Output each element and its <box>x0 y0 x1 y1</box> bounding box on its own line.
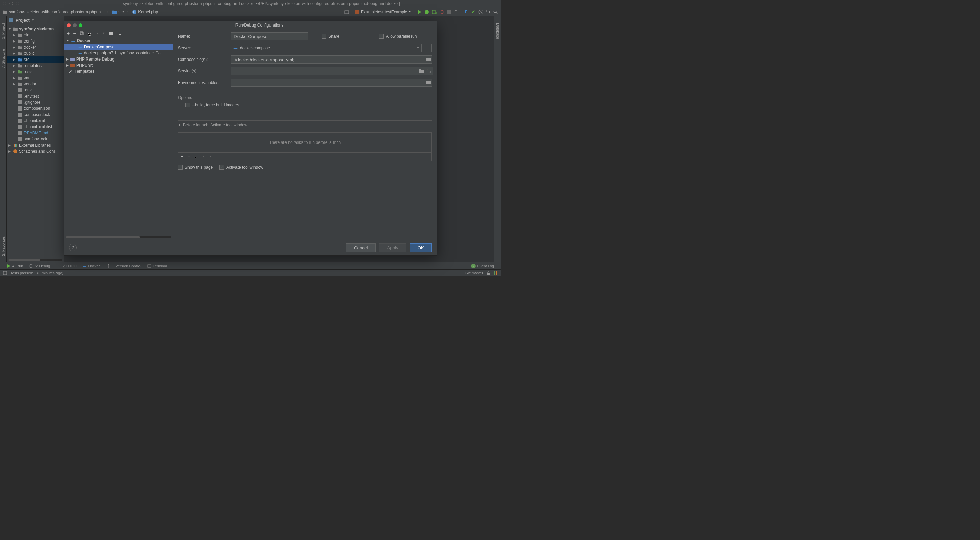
down-icon[interactable]: ▼ <box>102 32 105 35</box>
tree-item[interactable]: ▶templates <box>7 63 64 69</box>
share-checkbox[interactable]: Share <box>321 34 374 39</box>
cancel-button[interactable]: Cancel <box>346 243 376 252</box>
env-input[interactable] <box>231 79 433 87</box>
close-window-icon[interactable] <box>3 2 6 5</box>
breadcrumb-project[interactable]: symfony-skeleton-with-configured-phpstor… <box>9 10 104 14</box>
breadcrumb-folder[interactable]: src <box>118 10 124 14</box>
tool-terminal[interactable]: Terminal <box>147 264 167 268</box>
external-libraries[interactable]: ▶ External Libraries <box>7 142 64 148</box>
run-icon[interactable] <box>417 10 422 14</box>
maximize-icon[interactable] <box>79 24 82 27</box>
tree-item[interactable]: composer.json <box>7 105 64 111</box>
copy-icon[interactable] <box>79 31 84 36</box>
compose-input[interactable] <box>231 56 433 64</box>
tree-item[interactable]: ▶vendor <box>7 81 64 87</box>
tab-structure[interactable]: 7: Structure <box>2 49 5 68</box>
minimize-window-icon[interactable] <box>9 2 13 5</box>
tree-item[interactable]: ▶tests <box>7 69 64 75</box>
services-input[interactable] <box>231 67 433 75</box>
browse-icon[interactable] <box>425 56 432 63</box>
event-log[interactable]: 2Event Log <box>471 264 494 268</box>
tree-item[interactable]: phpunit.xml.dist <box>7 124 64 130</box>
tree-item[interactable]: .env <box>7 87 64 93</box>
cfg-docker-compose[interactable]: DockerCompose <box>64 44 173 50</box>
revert-icon[interactable] <box>486 10 491 14</box>
expand-icon[interactable] <box>425 67 432 75</box>
history-icon[interactable] <box>479 10 483 14</box>
cfg-docker-container[interactable]: docker.phpfpm7.1_symfony_container: Co <box>64 50 173 56</box>
parallel-checkbox[interactable]: Allow parallel run <box>379 34 432 39</box>
tree-item[interactable]: symfony.lock <box>7 136 64 142</box>
status-icon[interactable] <box>3 271 8 275</box>
add-icon[interactable]: + <box>67 30 70 36</box>
tree-item[interactable]: ▶docker <box>7 44 64 50</box>
git-branch[interactable]: Git: master <box>465 271 483 275</box>
tool-vcs[interactable]: 9: Version Control <box>106 264 141 268</box>
activate-tool-checkbox[interactable]: ✓Activate tool window <box>220 165 263 170</box>
build-icon[interactable] <box>344 10 349 14</box>
tree-item[interactable]: ▶public <box>7 50 64 56</box>
remove-icon[interactable]: − <box>73 30 76 36</box>
stop-icon[interactable] <box>447 10 452 14</box>
up-icon[interactable]: ▲ <box>95 32 99 35</box>
ok-button[interactable]: OK <box>410 243 432 252</box>
cfg-templates[interactable]: Templates <box>64 68 173 75</box>
breadcrumb-file[interactable]: Kernel.php <box>138 10 158 14</box>
build-checkbox[interactable]: --build, force build images <box>185 103 432 108</box>
tool-docker[interactable]: Docker <box>83 264 100 268</box>
tree-item[interactable]: phpunit.xml <box>7 118 64 124</box>
run-config-selector[interactable]: Exampletest.testExample ▼ <box>352 8 414 15</box>
tool-debug[interactable]: 5: Debug <box>29 264 50 268</box>
server-select[interactable]: docker-compose ▼ <box>231 44 422 52</box>
folder-icon[interactable] <box>108 31 113 36</box>
debug-icon[interactable] <box>424 10 429 14</box>
browse-icon[interactable] <box>425 79 432 86</box>
cfg-scrollbar[interactable] <box>66 236 172 238</box>
coverage-icon[interactable] <box>432 10 437 14</box>
edit-icon[interactable] <box>194 155 198 159</box>
lock-icon[interactable] <box>486 271 491 275</box>
maximize-window-icon[interactable] <box>16 2 19 5</box>
help-button[interactable]: ? <box>69 244 76 251</box>
tab-project[interactable]: 1: Project <box>2 23 5 39</box>
tree-item[interactable]: README.md <box>7 130 64 136</box>
tree-root[interactable]: ▼ symfony-skeleton- <box>7 26 64 32</box>
remove-icon[interactable]: − <box>188 154 190 159</box>
edit-icon[interactable] <box>88 31 92 36</box>
before-launch-header[interactable]: ▼ Before launch: Activate tool window <box>178 121 432 127</box>
tree-item[interactable]: composer.lock <box>7 111 64 118</box>
tab-favorites[interactable]: 2: Favorites <box>2 236 5 256</box>
tree-item[interactable]: .gitignore <box>7 99 64 105</box>
profile-icon[interactable] <box>439 10 444 14</box>
tree-item[interactable]: .env.test <box>7 93 64 99</box>
tree-scrollbar[interactable] <box>8 259 62 261</box>
chevron-down-icon[interactable]: ▼ <box>32 19 34 22</box>
dialog-title: Run/Debug Configurations <box>82 23 437 27</box>
down-icon[interactable]: ▼ <box>209 155 212 158</box>
cfg-phpunit[interactable]: ▶ PHPUnit <box>64 62 173 68</box>
minimize-icon[interactable] <box>73 24 76 27</box>
cfg-docker[interactable]: ▼ Docker <box>64 38 173 44</box>
inspector-icon[interactable] <box>493 271 498 275</box>
up-icon[interactable]: ▲ <box>202 155 205 158</box>
update-project-icon[interactable] <box>463 10 468 14</box>
tree-item[interactable]: ▶config <box>7 38 64 44</box>
tree-item[interactable]: ▶bin <box>7 32 64 38</box>
cfg-php-remote[interactable]: ▶ PHP Remote Debug <box>64 56 173 62</box>
apply-button[interactable]: Apply <box>379 243 406 252</box>
tool-run[interactable]: 4: Run <box>7 264 23 268</box>
tab-database[interactable]: Database <box>496 23 500 39</box>
browse-icon[interactable] <box>418 67 425 75</box>
commit-icon[interactable] <box>471 10 476 14</box>
show-page-checkbox[interactable]: Show this page <box>178 165 213 170</box>
scratches[interactable]: ▶ Scratches and Cons <box>7 148 64 154</box>
tree-item[interactable]: ▶var <box>7 75 64 81</box>
sort-icon[interactable] <box>117 31 121 36</box>
tool-todo[interactable]: 6: TODO <box>56 264 76 268</box>
server-browse-button[interactable]: ... <box>424 44 432 52</box>
name-input[interactable] <box>231 32 308 40</box>
add-icon[interactable]: + <box>181 154 183 159</box>
close-icon[interactable] <box>67 24 71 27</box>
search-icon[interactable] <box>493 10 498 14</box>
tree-item[interactable]: ▶src <box>7 56 64 63</box>
